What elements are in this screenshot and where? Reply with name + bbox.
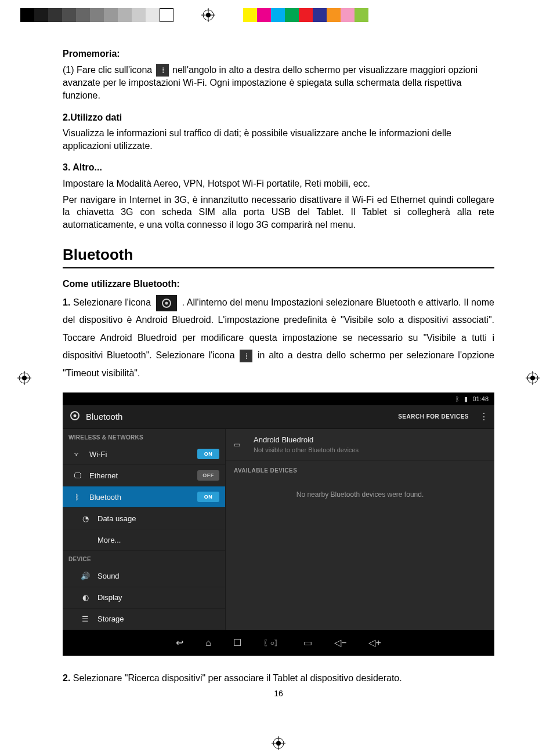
data-usage-icon: ◔ [80,514,91,524]
volume-up-button[interactable]: ◁+ [368,637,381,649]
step2-body: 2. Selezionare "Ricerca dispositivi" per… [63,672,494,685]
recents-button[interactable]: ☐ [233,637,241,649]
device-visibility-text: Not visible to other Bluetooth devices [254,446,359,455]
sidebar-item-label: Storage [97,614,124,624]
sidebar-item-ethernet[interactable]: 🖵 Ethernet OFF [63,465,225,486]
status-bar: ᛒ ▮ 01:48 [63,392,494,405]
back-button[interactable]: ↩ [176,637,183,649]
bluetooth-toggle[interactable]: ON [197,492,219,502]
ethernet-toggle[interactable]: OFF [197,470,219,481]
device-icon: ▭ [234,440,247,449]
overflow-menu-icon: ⁞ [156,64,169,77]
section3-body1: Impostare la Modalità Aereo, VPN, Hotspo… [63,177,494,190]
sidebar-item-label: Wi-Fi [89,449,107,460]
section2-heading: 2.Utilizzo dati [63,111,494,124]
ethernet-icon: 🖵 [72,471,82,481]
print-color-bar [20,6,557,24]
this-device-row[interactable]: ▭ Android Bluedroid Not visible to other… [226,429,494,461]
volume-down-button[interactable]: ◁− [334,637,346,649]
storage-icon: ☰ [80,614,91,624]
registration-mark-left-icon [17,371,31,385]
bluetooth-settings-screenshot: ᛒ ▮ 01:48 Bluetooth SEARCH FOR DEVICES ⋮… [63,392,494,656]
sidebar-item-label: Data usage [97,514,136,524]
device-header: DEVICE [63,551,225,566]
no-devices-message: No nearby Bluetooth devices were found. [226,478,494,511]
section2-body: Visualizza le informazioni sul traffico … [63,127,494,152]
available-devices-header: AVAILABLE DEVICES [226,461,494,478]
settings-gear-icon [156,295,177,311]
bluetooth-title: Bluetooth [63,245,494,265]
bluetooth-icon: ᛒ [72,492,82,503]
settings-gear-icon-titlebar [68,409,81,424]
promemoria-heading: Promemoria: [63,48,494,60]
overflow-menu-icon-2: ⁞ [240,350,252,362]
wireless-networks-header: WIRELESS & NETWORKS [63,429,225,444]
sidebar-item-storage[interactable]: ☰ Storage [63,609,225,630]
search-for-devices-button[interactable]: SEARCH FOR DEVICES [398,413,469,421]
settings-sidebar: WIRELESS & NETWORKS ᯤ Wi-Fi ON 🖵 Etherne… [63,429,226,630]
sidebar-item-label: Ethernet [89,471,118,481]
howto-heading: Come utilizzare Bluetooth: [63,278,494,290]
screen-title: Bluetooth [86,411,122,423]
clock-text: 01:48 [472,395,489,404]
svg-point-17 [165,301,168,304]
sidebar-item-label: Sound [97,571,120,581]
sidebar-item-data-usage[interactable]: ◔ Data usage [63,508,225,529]
divider [63,267,494,268]
device-name-text: Android Bluedroid [254,435,359,445]
sidebar-item-label: Display [97,593,122,603]
sidebar-item-sound[interactable]: 🔊 Sound [63,566,225,587]
sidebar-item-label: More... [97,535,121,546]
page-number: 16 [63,688,494,699]
sidebar-item-display[interactable]: ◐ Display [63,587,225,609]
home-button[interactable]: ⌂ [205,637,211,649]
sidebar-item-label: Bluetooth [89,492,121,503]
camera-button[interactable]: ▭ [303,637,312,649]
battery-icon: ▮ [464,395,468,404]
screenshot-button[interactable]: 〖○〗 [263,638,281,648]
android-navbar: ↩ ⌂ ☐ 〖○〗 ▭ ◁− ◁+ [63,630,494,656]
wifi-icon: ᯤ [72,449,82,460]
section3-body2: Per navigare in Internet in 3G, è innanz… [63,194,494,231]
sidebar-item-wifi[interactable]: ᯤ Wi-Fi ON [63,444,225,465]
section3-heading: 3. Altro... [63,161,494,174]
step1-body: 1. Selezionare l'icona . All'interno del… [63,294,494,382]
promemoria-body: (1) Fare clic sull'icona ⁞ nell'angolo i… [63,64,494,102]
svg-point-19 [74,414,77,417]
bluetooth-status-icon: ᛒ [455,395,460,404]
sidebar-item-more[interactable]: More... [63,529,225,551]
display-icon: ◐ [80,593,91,603]
sound-icon: 🔊 [80,571,91,581]
registration-mark-icon [201,8,215,22]
wifi-toggle[interactable]: ON [197,449,219,459]
registration-mark-right-icon [526,371,540,385]
overflow-menu-button[interactable]: ⋮ [479,410,489,423]
sidebar-item-bluetooth[interactable]: ᛒ Bluetooth ON [63,486,225,508]
